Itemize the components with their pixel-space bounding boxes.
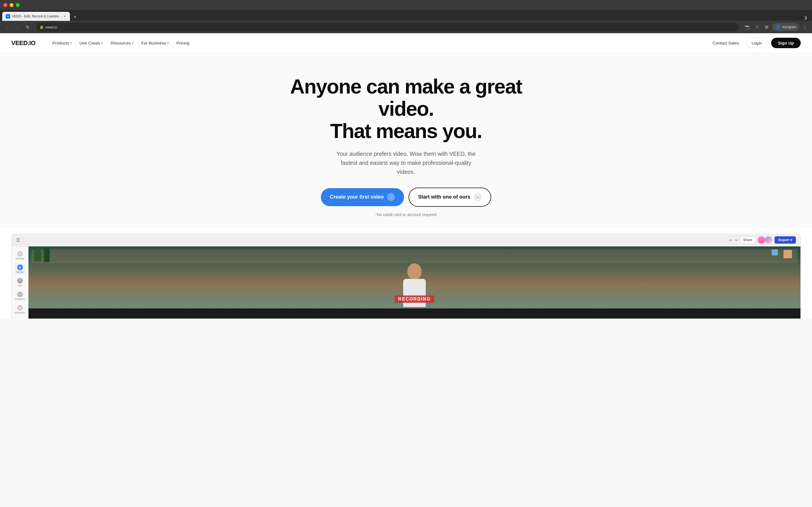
collaborator-avatar [765, 236, 772, 244]
close-window-button[interactable] [3, 3, 7, 7]
media-label: Media [16, 271, 23, 274]
more-menu-button[interactable]: ⋮ [801, 23, 809, 31]
sidebar-toggle-button[interactable]: ⊞ [763, 23, 770, 31]
export-button[interactable]: Export ▾ [774, 236, 796, 244]
logo[interactable]: VEED.IO [11, 40, 36, 47]
tab-title: VEED - Edit, Record & Livestre... [12, 14, 61, 18]
sidebar-item-elements[interactable]: ◈ Elements [14, 304, 26, 315]
cta-primary-arrow-icon: → [387, 193, 395, 201]
editor-sidebar: ⚙ Settings ◉ Media T Text ≡ Subtitles ◈ [11, 246, 29, 319]
subtitles-icon: ≡ [17, 291, 23, 297]
video-background: RECORDING [29, 246, 801, 308]
address-text: veed.io [45, 25, 57, 29]
nav-pricing[interactable]: Pricing [173, 38, 193, 48]
text-icon: T [17, 278, 23, 284]
hero-cta-buttons: Create your first video → Start with one… [11, 187, 801, 207]
bookmark-button[interactable]: ☆ [753, 23, 761, 31]
sidebar-item-text[interactable]: T Text [14, 277, 26, 288]
nav-use-cases[interactable]: Use Cases ▾ [76, 38, 106, 48]
tab-favicon: V [6, 14, 10, 18]
cta-secondary-label: Start with one of ours [418, 194, 470, 200]
for-business-chevron-icon: ▾ [167, 41, 168, 45]
undo-icon[interactable]: ↩ [729, 238, 732, 242]
nav-for-business[interactable]: For Business ▾ [138, 38, 172, 48]
browser-chrome: V VEED - Edit, Record & Livestre... × + … [0, 0, 812, 33]
products-chevron-icon: ▾ [70, 41, 71, 45]
plant-2 [44, 248, 50, 262]
resources-chevron-icon: ▾ [132, 41, 133, 45]
website-content: VEED.IO Products ▾ Use Cases ▾ Resources… [0, 33, 812, 319]
main-navigation: VEED.IO Products ▾ Use Cases ▾ Resources… [0, 33, 812, 53]
signup-button[interactable]: Sign Up [771, 38, 801, 48]
tab-close-button[interactable]: × [63, 13, 66, 19]
start-with-ours-button[interactable]: Start with one of ours → [409, 187, 491, 207]
browser-tabbar: V VEED - Edit, Record & Livestre... × + … [0, 10, 812, 21]
browser-tab[interactable]: V VEED - Edit, Record & Livestre... × [2, 12, 70, 21]
incognito-label: Incognito [782, 25, 796, 29]
nav-products[interactable]: Products ▾ [49, 38, 75, 48]
nav-links: Products ▾ Use Cases ▾ Resources ▾ For B… [49, 38, 709, 48]
hero-subtitle: Your audience prefers video. Wow them wi… [333, 149, 479, 176]
share-button[interactable]: Share [740, 237, 755, 243]
nav-resources[interactable]: Resources ▾ [107, 38, 137, 48]
nav-resources-label: Resources [110, 41, 131, 45]
settings-label: Settings [15, 257, 24, 260]
sidebar-item-settings[interactable]: ⚙ Settings [14, 250, 26, 261]
text-label: Text [17, 284, 22, 287]
media-icon: ◉ [17, 265, 23, 270]
preview-topbar: ☰ ↩ ↪ Share Export ▾ [11, 234, 801, 246]
profile-avatar: 👤 [775, 24, 781, 30]
profile-button[interactable]: 👤 Incognito [772, 23, 799, 31]
video-preview-area: RECORDING [29, 246, 801, 319]
recording-banner: RECORDING [395, 295, 434, 303]
use-cases-chevron-icon: ▾ [101, 41, 103, 45]
sidebar-item-media[interactable]: ◉ Media [14, 263, 26, 275]
settings-icon: ⚙ [17, 251, 23, 257]
person-body [403, 279, 426, 307]
browser-toolbar: ‹ › ↻ 🔒 veed.io 📷 ☆ ⊞ 👤 Incognito ⋮ [0, 21, 812, 33]
nav-use-cases-label: Use Cases [80, 41, 100, 45]
refresh-button[interactable]: ↻ [24, 23, 32, 31]
product-preview: ☰ ↩ ↪ Share Export ▾ ⚙ Settings [11, 234, 801, 319]
preview-main-area: ⚙ Settings ◉ Media T Text ≡ Subtitles ◈ [11, 246, 801, 319]
back-button[interactable]: ‹ [3, 23, 11, 31]
camera-off-button[interactable]: 📷 [744, 23, 751, 31]
create-first-video-button[interactable]: Create your first video → [321, 188, 404, 206]
lock-icon: 🔒 [40, 25, 44, 29]
export-chevron-icon: ▾ [790, 238, 792, 242]
preview-toolbar-actions: ↩ ↪ Share Export ▾ [729, 236, 796, 244]
contact-sales-button[interactable]: Contact Sales [709, 38, 742, 48]
maximize-window-button[interactable] [16, 3, 20, 7]
hero-title: Anyone can make a great video. That mean… [279, 75, 533, 143]
hero-title-line2: That means you. [330, 120, 482, 142]
hero-section: Anyone can make a great video. That mean… [0, 53, 812, 228]
shelf-decoration [31, 249, 798, 263]
person-head [407, 263, 421, 279]
mug-decoration [772, 249, 778, 256]
elements-label: Elements [15, 311, 26, 314]
cta-primary-label: Create your first video [330, 194, 384, 200]
browser-titlebar [0, 0, 812, 10]
nav-products-label: Products [52, 41, 69, 45]
no-credit-card-text: *No credit card or account required [11, 212, 801, 217]
tab-list-chevron[interactable]: ❯ [802, 14, 810, 21]
forward-button[interactable]: › [13, 23, 21, 31]
nav-for-business-label: For Business [141, 41, 166, 45]
redo-icon[interactable]: ↪ [735, 238, 738, 242]
user-avatar [758, 236, 765, 244]
plant-1 [34, 249, 41, 262]
elements-icon: ◈ [17, 305, 23, 311]
nav-pricing-label: Pricing [176, 41, 190, 45]
preview-menu-icon[interactable]: ☰ [16, 237, 20, 243]
minimize-window-button[interactable] [10, 3, 13, 7]
address-bar[interactable]: 🔒 veed.io [36, 22, 739, 32]
new-tab-button[interactable]: + [71, 13, 79, 21]
subtitles-label: Subtitles [15, 298, 25, 300]
cta-secondary-arrow-icon: → [474, 193, 481, 201]
export-label: Export [778, 238, 789, 242]
login-button[interactable]: Login [746, 38, 768, 48]
toolbar-actions: 📷 ☆ ⊞ 👤 Incognito ⋮ [744, 23, 809, 31]
pot-1 [783, 250, 792, 258]
sidebar-item-subtitles[interactable]: ≡ Subtitles [14, 290, 26, 302]
nav-actions: Contact Sales Login Sign Up [709, 38, 801, 48]
